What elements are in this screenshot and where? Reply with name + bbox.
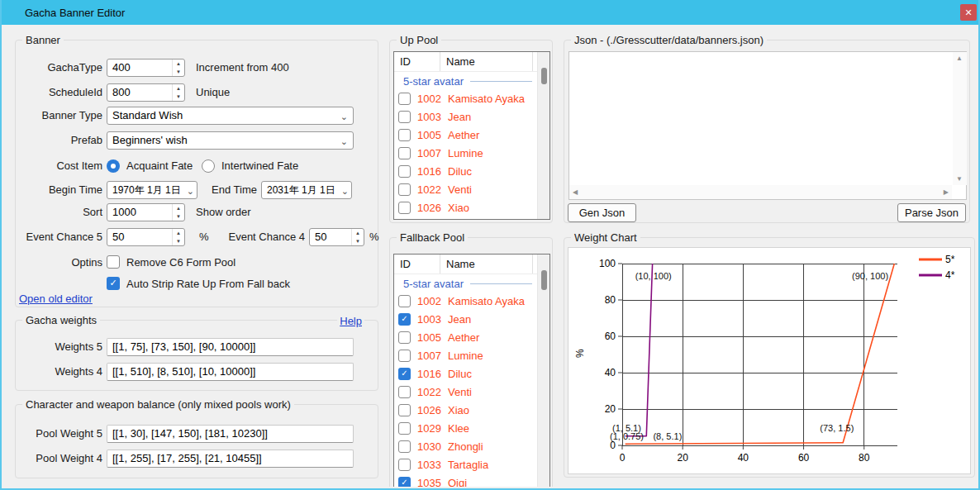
row-checkbox[interactable] [398, 422, 411, 435]
pool-row[interactable]: 1007 Lumine [394, 145, 537, 163]
sort-spin-buttons[interactable]: ▲▼ [172, 204, 184, 221]
intertwined-fate-radio[interactable] [202, 159, 215, 173]
pool-weight5-input[interactable]: [[1, 30], [147, 150], [181, 10230]] [107, 425, 354, 443]
scroll-right-icon[interactable]: ▶ [944, 188, 949, 196]
pool-row[interactable]: 1003 Jean [394, 108, 537, 126]
scroll-left-icon[interactable]: ◀ [573, 188, 578, 196]
row-checkbox[interactable] [398, 440, 411, 453]
pool-row[interactable]: 1030 Zhongli [394, 438, 537, 456]
pool-row[interactable]: 1005 Aether [394, 126, 537, 145]
pool-row[interactable]: 1022 Venti [394, 383, 537, 402]
gacha-weights-group-title: Gacha weights [22, 314, 100, 326]
pool-row[interactable]: 1035 Qiqi [394, 474, 537, 487]
spin-up-icon[interactable]: ▲ [173, 84, 184, 93]
gachatype-spinner[interactable]: 400 ▲▼ [107, 59, 185, 77]
pool-row[interactable]: 1016 Diluc [394, 365, 537, 383]
acquaint-fate-radio[interactable] [107, 159, 120, 173]
chart-annotation: (90, 100) [852, 271, 888, 281]
row-checkbox[interactable] [398, 350, 411, 362]
open-old-editor-link[interactable]: Open old editor [19, 293, 93, 305]
scroll-down-icon[interactable]: ▼ [956, 175, 963, 183]
banner-type-select[interactable]: Standard Wish ⌄ [107, 107, 354, 125]
close-button[interactable]: ✕ [960, 4, 977, 21]
row-checkbox[interactable] [398, 295, 411, 307]
row-checkbox[interactable] [398, 404, 411, 416]
column-header-name[interactable]: Name [440, 52, 533, 71]
json-hscrollbar[interactable]: ◀ ▶ [569, 185, 952, 199]
row-checkbox[interactable] [398, 368, 411, 380]
event-chance-4-spinner[interactable]: 50 ▲▼ [309, 228, 364, 246]
gen-json-button[interactable]: Gen Json [568, 203, 636, 222]
json-textarea[interactable] [568, 51, 967, 200]
row-checkbox[interactable] [398, 313, 411, 326]
pool-row[interactable]: 1002 Kamisato Ayaka [394, 293, 537, 311]
event-chance-5-spin-buttons[interactable]: ▲▼ [172, 229, 184, 245]
spin-up-icon[interactable]: ▲ [173, 204, 184, 212]
up-pool-list[interactable]: ID Name 5-star avatar 1002 Kamisato Ayak… [393, 51, 550, 220]
row-checkbox[interactable] [398, 386, 411, 398]
auto-strip-checkbox[interactable] [107, 277, 120, 290]
scrollbar-thumb[interactable] [541, 68, 547, 84]
row-name: Venti [448, 181, 472, 199]
pool-row[interactable]: 1005 Aether [394, 329, 537, 347]
row-id: 1007 [417, 347, 441, 365]
scroll-up-icon[interactable]: ▲ [956, 55, 963, 62]
row-checkbox[interactable] [398, 111, 411, 123]
column-header-id[interactable]: ID [394, 255, 440, 274]
end-time-picker[interactable]: 2031年 1月 1日 ⌄ [261, 181, 352, 199]
row-checkbox[interactable] [398, 165, 411, 178]
row-checkbox[interactable] [398, 477, 411, 487]
pool-row[interactable]: 1029 Klee [394, 420, 537, 438]
row-checkbox[interactable] [398, 129, 411, 141]
event-chance-5-spinner[interactable]: 50 ▲▼ [107, 228, 185, 246]
spin-down-icon[interactable]: ▼ [173, 93, 184, 101]
row-checkbox[interactable] [398, 331, 411, 344]
spin-up-icon[interactable]: ▲ [173, 229, 184, 237]
pool-row[interactable]: 1002 Kamisato Ayaka [394, 90, 537, 108]
event-chance-4-spin-buttons[interactable]: ▲▼ [351, 229, 364, 245]
spin-down-icon[interactable]: ▼ [352, 237, 364, 245]
column-header-id[interactable]: ID [394, 52, 440, 71]
pool-weight4-input[interactable]: [[1, 255], [17, 255], [21, 10455]] [107, 450, 354, 468]
weights5-input[interactable]: [[1, 75], [73, 150], [90, 10000]] [107, 338, 354, 356]
titlebar[interactable]: Gacha Banner Editor ✕ [0, 0, 980, 25]
scrollbar-thumb[interactable] [541, 270, 547, 290]
json-vscrollbar[interactable]: ▲ ▼ [953, 52, 967, 185]
prefab-select[interactable]: Beginners' wish ⌄ [107, 131, 354, 150]
pool-row[interactable]: 1026 Xiao [394, 402, 537, 420]
fallback-pool-scrollbar[interactable] [537, 255, 549, 487]
weights4-input[interactable]: [[1, 510], [8, 510], [10, 10000]] [107, 363, 354, 381]
pool-row[interactable]: 1003 Jean [394, 311, 537, 329]
sort-spinner[interactable]: 1000 ▲▼ [107, 203, 185, 221]
acquaint-fate-label: Acquaint Fate [126, 157, 193, 175]
spin-up-icon[interactable]: ▲ [173, 59, 184, 68]
row-id: 1005 [417, 329, 441, 347]
series-line-5* [626, 264, 895, 444]
row-checkbox[interactable] [398, 183, 411, 196]
row-checkbox[interactable] [398, 93, 411, 105]
row-checkbox[interactable] [398, 459, 411, 471]
pool-row[interactable]: 1033 Tartaglia [394, 456, 537, 474]
spin-up-icon[interactable]: ▲ [352, 229, 364, 237]
spin-down-icon[interactable]: ▼ [173, 237, 184, 245]
weight-chart-svg: 020406080100020406080(10, 100)(90, 100)(… [568, 248, 972, 475]
help-link[interactable]: Help [337, 315, 364, 327]
row-checkbox[interactable] [398, 147, 411, 159]
gachatype-spin-buttons[interactable]: ▲▼ [172, 59, 184, 76]
column-header-name[interactable]: Name [440, 255, 533, 274]
pool-row[interactable]: 1016 Diluc [394, 163, 537, 181]
row-id: 1026 [417, 402, 441, 420]
scheduleid-spinner[interactable]: 800 ▲▼ [107, 83, 185, 102]
remove-c6-checkbox[interactable] [107, 255, 120, 269]
pool-row[interactable]: 1007 Lumine [394, 347, 537, 365]
pool-row[interactable]: 1026 Xiao [394, 199, 537, 217]
spin-down-icon[interactable]: ▼ [173, 68, 184, 76]
scheduleid-spin-buttons[interactable]: ▲▼ [172, 84, 184, 101]
parse-json-button[interactable]: Parse Json [897, 203, 966, 222]
spin-down-icon[interactable]: ▼ [173, 212, 184, 221]
up-pool-scrollbar[interactable] [537, 52, 549, 219]
json-group-title: Json - (./Gresscutter/data/banners.json) [571, 34, 767, 46]
row-checkbox[interactable] [398, 202, 411, 214]
pool-row[interactable]: 1022 Venti [394, 181, 537, 199]
fallback-pool-list[interactable]: ID Name 5-star avatar 1002 Kamisato Ayak… [393, 254, 550, 487]
